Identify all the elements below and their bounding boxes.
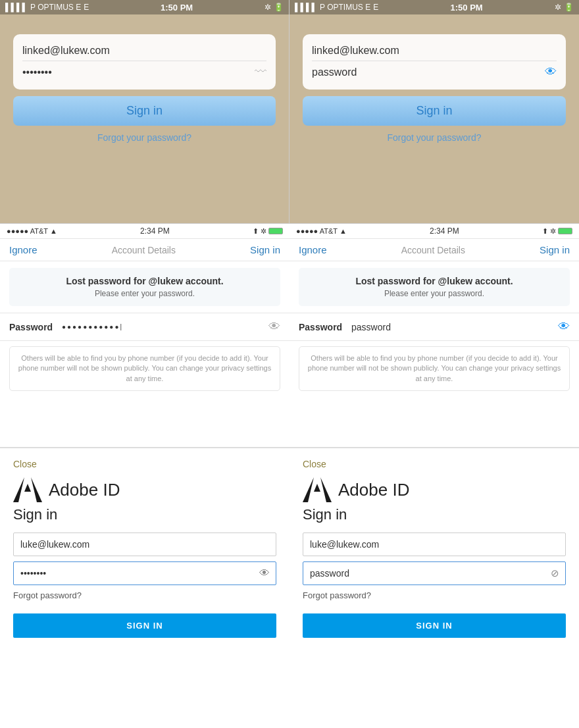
password-row-left: 〰 xyxy=(22,61,266,83)
battery-icon: 🔋 xyxy=(274,3,284,12)
adobe-screen-right: Close Adobe ID Sign in ⊘ Forgot password… xyxy=(290,448,579,728)
wifi-icon-right: ▲ xyxy=(340,227,347,235)
network-type-r: E xyxy=(373,3,378,12)
adobe-id-label-right: Adobe ID xyxy=(338,480,409,500)
location-icon-right: ⬆ xyxy=(542,227,548,236)
adobe-signin-title-right: Sign in xyxy=(303,506,566,523)
twitter-screen-left: ●●●●● AT&T ▲ 2:34 PM ⬆ ✲ Ignore Account … xyxy=(0,224,290,448)
info-box-left: Lost password for @lukew account. Please… xyxy=(9,268,280,306)
carrier-name-r: P OPTIMUS E xyxy=(320,3,370,12)
twitter-signal-right: ●●●●● AT&T xyxy=(296,227,338,235)
close-button-left[interactable]: Close xyxy=(13,459,276,469)
status-bar-right: ▌▌▌▌ P OPTIMUS E E 1:50 PM ✲ 🔋 xyxy=(290,0,579,14)
email-row-right xyxy=(312,41,557,61)
svg-marker-4 xyxy=(303,477,314,502)
adobe-logo-row-right: Adobe ID xyxy=(303,477,566,502)
pw-label-left: Password xyxy=(9,322,62,332)
twitter-signal-left: ●●●●● AT&T xyxy=(7,227,48,235)
adobe-logo-row-left: Adobe ID xyxy=(13,477,276,502)
ios-screen-left: ▌▌▌▌ P OPTIMUS E E 1:50 PM ✲ 🔋 〰 Sign in… xyxy=(0,0,290,224)
battery-icon-r: 🔋 xyxy=(564,3,574,12)
network-type: E xyxy=(84,3,89,12)
status-bar-left: ▌▌▌▌ P OPTIMUS E E 1:50 PM ✲ 🔋 xyxy=(0,0,289,14)
close-button-right[interactable]: Close xyxy=(303,459,566,469)
pw-eye-right[interactable]: 👁 xyxy=(558,320,570,334)
twitter-status-bar-right: ●●●●● AT&T ▲ 2:34 PM ⬆ ✲ xyxy=(290,224,579,239)
twitter-status-bar-left: ●●●●● AT&T ▲ 2:34 PM ⬆ ✲ xyxy=(0,224,290,239)
adobe-password-row-right: ⊘ xyxy=(303,561,566,585)
bt-icon-left: ✲ xyxy=(261,227,266,236)
adobe-email-left[interactable] xyxy=(13,533,276,556)
email-row-left xyxy=(22,41,266,61)
email-input-left[interactable] xyxy=(22,45,266,57)
show-password-icon-left[interactable]: 〰 xyxy=(255,65,266,79)
adobe-id-label-left: Adobe ID xyxy=(49,480,120,500)
privacy-box-right: Others will be able to find you by phone… xyxy=(299,346,570,391)
password-input-left[interactable] xyxy=(22,66,255,78)
twitter-nav-right: Ignore Account Details Sign in xyxy=(290,239,579,261)
info-sub-left: Please enter your password. xyxy=(17,289,272,298)
forgot-link-right[interactable]: Forgot your password? xyxy=(290,132,579,143)
twitter-time-right: 2:34 PM xyxy=(430,226,459,236)
ignore-button-right[interactable]: Ignore xyxy=(299,244,327,255)
privacy-text-left: Others will be able to find you by phone… xyxy=(16,353,273,384)
svg-marker-1 xyxy=(13,477,24,502)
signin-button-right[interactable]: Sign in xyxy=(303,96,566,126)
pw-dots-left: ●●●●●●●●●●●| xyxy=(62,323,268,330)
adobe-logo-icon-left xyxy=(13,477,42,502)
twitter-screen-right: ●●●●● AT&T ▲ 2:34 PM ⬆ ✲ Ignore Account … xyxy=(290,224,579,448)
show-password-icon-adobe-left[interactable]: 👁 xyxy=(259,567,270,579)
adobe-password-input-left[interactable] xyxy=(13,561,276,585)
signal-bars: ▌▌▌▌ xyxy=(5,3,28,12)
adobe-forgot-right[interactable]: Forgot password? xyxy=(303,590,566,600)
twitter-time-left: 2:34 PM xyxy=(140,226,170,236)
adobe-password-visible-right[interactable] xyxy=(303,561,566,585)
time-right: 1:50 PM xyxy=(451,3,483,13)
carrier-left: ▌▌▌▌ P OPTIMUS E E xyxy=(5,3,89,12)
login-card-right: 👁 xyxy=(303,34,566,90)
bluetooth-icon: ✲ xyxy=(264,3,271,12)
twitter-nav-left: Ignore Account Details Sign in xyxy=(0,239,290,261)
info-box-right: Lost password for @lukew account. Please… xyxy=(299,268,570,306)
login-card-left: 〰 xyxy=(13,34,276,90)
info-sub-right: Please enter your password. xyxy=(307,289,562,298)
pw-label-right: Password xyxy=(299,322,351,332)
signin-button-left[interactable]: Sign in xyxy=(13,96,276,126)
adobe-signin-title-left: Sign in xyxy=(13,506,276,523)
nav-signin-right[interactable]: Sign in xyxy=(540,244,570,255)
privacy-text-right: Others will be able to find you by phone… xyxy=(306,353,563,384)
adobe-email-right[interactable] xyxy=(303,533,566,556)
adobe-logo-icon-right xyxy=(303,477,332,502)
adobe-signin-button-right[interactable]: SIGN IN xyxy=(303,613,566,638)
adobe-screen-left: Close Adobe ID Sign in 👁 Forgot password… xyxy=(0,448,290,728)
hide-password-icon-right[interactable]: 👁 xyxy=(545,65,557,79)
location-icon-left: ⬆ xyxy=(253,227,259,236)
ignore-button-left[interactable]: Ignore xyxy=(9,244,38,255)
adobe-signin-button-left[interactable]: SIGN IN xyxy=(13,613,276,638)
password-row-right: 👁 xyxy=(312,61,557,83)
pw-eye-left[interactable]: 👁 xyxy=(268,320,280,334)
password-row-twitter-left: Password ●●●●●●●●●●●| 👁 xyxy=(0,313,290,341)
signal-bars-r: ▌▌▌▌ xyxy=(295,3,317,12)
forgot-link-left[interactable]: Forgot your password? xyxy=(0,132,289,143)
svg-marker-3 xyxy=(320,477,332,502)
info-title-left: Lost password for @lukew account. xyxy=(17,276,272,286)
bt-icon-right: ✲ xyxy=(550,227,556,236)
hide-password-icon-adobe-right[interactable]: ⊘ xyxy=(551,567,559,579)
nav-signin-left[interactable]: Sign in xyxy=(250,244,280,255)
twitter-carrier-left: ●●●●● AT&T ▲ xyxy=(7,227,57,235)
adobe-password-row-left: 👁 xyxy=(13,561,276,585)
svg-marker-5 xyxy=(314,484,320,492)
battery-bar-left xyxy=(268,228,283,234)
carrier-name: P OPTIMUS E xyxy=(30,3,81,12)
twitter-carrier-right: ●●●●● AT&T ▲ xyxy=(296,227,347,235)
adobe-forgot-left[interactable]: Forgot password? xyxy=(13,590,276,600)
battery-bar-right xyxy=(558,228,572,234)
email-input-right[interactable] xyxy=(312,45,557,57)
password-row-twitter-right: Password password 👁 xyxy=(290,313,579,341)
bluetooth-icon-r: ✲ xyxy=(555,3,561,12)
password-visible-right[interactable] xyxy=(312,66,545,78)
battery-left: ✲ 🔋 xyxy=(264,3,284,12)
svg-marker-2 xyxy=(24,484,31,492)
svg-marker-0 xyxy=(31,477,42,502)
